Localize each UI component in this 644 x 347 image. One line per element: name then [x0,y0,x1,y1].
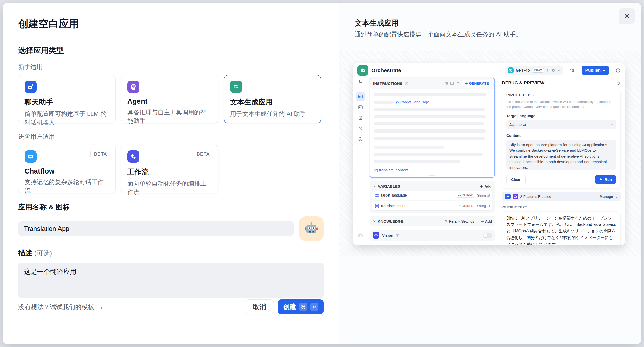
app-type-card-completion[interactable]: 文本生成应用 用于文本生成任务的 AI 助手 [224,75,321,123]
card-title: Chatflow [25,167,109,175]
app-name-label: 应用名称 & 图标 [18,202,324,212]
generate-button[interactable]: GENERATE [462,80,491,87]
feature-more-like-this-icon [505,194,511,199]
advanced-group-label: 进阶用户适用 [18,133,324,141]
preview-config-column: INSTRUCTIONS 78 {x} GENERATE [368,77,498,245]
create-app-modal: 创建空白应用 选择应用类型 新手适用 聊天助手 简单配置即可构建基于 LLM 的… [3,3,641,344]
app-icon-picker[interactable] [299,216,324,241]
tune-settings-icon[interactable] [570,68,575,73]
card-description: 用于文本生成任务的 AI 助手 [230,110,315,118]
publish-button[interactable]: Publish [582,66,609,75]
app-name-row [18,216,324,241]
refresh-icon[interactable] [616,81,621,85]
type-icon [487,204,490,207]
plus-icon [481,220,484,223]
variables-section: VARIABLES Add {x} target_language REQUIR… [370,181,495,213]
chevron-down-icon [532,94,535,97]
description-textarea[interactable]: 这是一个翻译应用 [18,263,324,298]
arrow-right-icon: → [614,194,618,199]
knowledge-section[interactable]: KNOWLEDGE Rerank Settings Add [370,216,495,226]
variable-type: String [477,193,490,197]
export-icon[interactable] [356,124,365,133]
model-selector[interactable]: GPT-4o CHAT [505,66,563,75]
content-label: Content [506,133,616,138]
cancel-button[interactable]: 取消 [245,299,274,314]
logs-doc-icon[interactable] [356,114,365,122]
clear-button[interactable]: Clear [506,175,526,184]
app-type-card-agent[interactable]: Agent 具备推理与自主工具调用的智能助手 [121,75,218,123]
orchestrate-tab-icon[interactable] [356,92,365,101]
chevron-down-icon [610,123,613,126]
beta-badge: BETA [90,150,110,158]
sliders-icon[interactable] [356,78,365,86]
text-generation-icon [230,81,242,93]
chevron-down-icon [602,69,606,72]
chevron-down-icon [373,185,376,188]
required-badge: REQUIRED [456,193,475,198]
card-description: 面向单轮自动化任务的编排工作流 [127,179,212,197]
enter-key-icon: ↵ [310,303,318,311]
clipboard-icon[interactable] [456,82,460,85]
instructions-title: INSTRUCTIONS [373,81,402,86]
resize-notch [429,175,435,176]
preview-app-name: Orchestrate [371,67,401,73]
robot-emoji-icon [304,221,319,236]
card-title: 聊天助手 [25,97,109,107]
features-enabled-text: 2 Features Enabled [520,194,551,199]
output-text-label: OUTPUT TEXT [502,205,620,209]
create-button[interactable]: 创建 ⌘ ↵ [278,299,324,314]
output-text-card: Difyは、AIアプリケーションを構築するためのオープンソースプラットフォームで… [502,211,621,245]
add-variable-button[interactable]: Add [480,184,491,188]
vision-toggle[interactable] [483,233,492,238]
preview-subtitle: 通过简单的配置快速搭建一个面向文本生成类任务的 AI 助手。 [355,30,522,38]
close-button[interactable] [619,8,635,24]
target-language-select[interactable]: Japanese [506,120,616,129]
layout-toggle-icon[interactable] [356,231,365,240]
play-icon [600,178,602,181]
vision-label: Vision [382,233,393,237]
run-button[interactable]: Run [595,175,616,184]
terminal-icon[interactable] [356,103,365,112]
input-field-hint: Fill in the value of the variable, which… [506,99,616,110]
description-label: 描述 (可选) [18,248,324,258]
app-type-card-chatflow[interactable]: BETA Chatflow 支持记忆的复杂多轮对话工作流 [18,145,116,193]
app-type-card-chatbot[interactable]: 聊天助手 简单配置即可构建基于 LLM 的对话机器人 [18,75,116,123]
variables-header[interactable]: VARIABLES Add [372,183,492,191]
preview-screenshot: Orchestrate GPT-4o CHAT Publish [353,63,625,245]
app-avatar-robot-icon [357,65,368,76]
app-type-card-workflow[interactable]: BETA 工作流 面向单轮自动化任务的编排工作流 [121,145,218,193]
knowledge-title: KNOWLEDGE [378,219,404,223]
card-title: 文本生成应用 [230,97,315,107]
rerank-settings-button[interactable]: Rerank Settings [444,219,474,223]
debug-title: DEBUG & PREVIEW [502,81,545,86]
workflow-icon [127,150,139,163]
history-icon[interactable] [615,68,621,73]
app-name-input[interactable] [18,221,294,236]
browse-templates-link[interactable]: 没有想法？试试我们的模板 → [18,303,104,311]
vision-section: Vision [370,230,495,241]
instructions-editor[interactable]: INSTRUCTIONS 78 {x} GENERATE [370,78,495,178]
compass-icon[interactable] [356,135,365,143]
manage-features-link[interactable]: Manage → [600,194,618,199]
variable-glyph: {x} [375,193,379,197]
variable-row[interactable]: {x} target_language REQUIRED String [372,191,492,200]
plus-icon [480,185,483,188]
vision-eye-icon [373,232,379,239]
model-name: GPT-4o [516,68,530,73]
agent-icon [127,81,139,93]
preview-background: Orchestrate GPT-4o CHAT Publish [339,51,641,256]
card-description: 支持记忆的复杂多轮对话工作流 [25,178,109,195]
variable-name: target_language [381,193,407,197]
app-type-section-title: 选择应用类型 [18,45,324,56]
chevron-down-icon [557,69,560,72]
create-app-form-panel: 创建空白应用 选择应用类型 新手适用 聊天助手 简单配置即可构建基于 LLM 的… [3,3,339,344]
chat-bot-icon [25,81,37,93]
variable-row[interactable]: {x} translate_content REQUIRED String [372,201,492,210]
card-description: 具备推理与自主工具调用的智能助手 [127,108,212,125]
input-field-header[interactable]: INPUT FIELD [506,93,616,97]
info-icon [405,82,408,85]
model-provider-icon [508,67,514,73]
add-knowledge-button[interactable]: Add [481,219,492,223]
variable-glyph: {x} [450,81,454,85]
content-textarea[interactable]: Dify is an open-source platform for buil… [506,140,616,170]
